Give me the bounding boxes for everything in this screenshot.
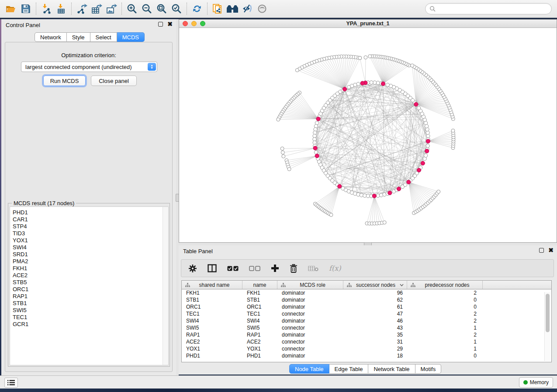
cell-predecessor_nodes[interactable]: 0: [407, 303, 483, 310]
export-table-button[interactable]: [89, 2, 104, 16]
select-all-columns-button[interactable]: [227, 266, 239, 271]
graph-leaf-node[interactable]: [364, 56, 367, 59]
memory-button[interactable]: Memory: [519, 377, 553, 388]
table-row[interactable]: PHD1PHD1dominator180: [182, 352, 551, 359]
mcds-list-scrollbar[interactable]: [163, 207, 168, 365]
graph-mcds-hub-node[interactable]: [417, 168, 421, 172]
cell-mcds_role[interactable]: connector: [277, 345, 343, 352]
cell-successor_nodes[interactable]: 96: [343, 289, 407, 296]
tab-edge-table[interactable]: Edge Table: [329, 364, 369, 374]
graph-leaf-node[interactable]: [383, 221, 386, 224]
cell-shared_name[interactable]: RAP1: [182, 331, 242, 338]
cell-shared_name[interactable]: ORC1: [182, 303, 242, 310]
table-row[interactable]: ACE2ACE2connector311: [182, 338, 551, 345]
create-column-button[interactable]: [271, 264, 279, 272]
table-row[interactable]: SWI5SWI5connector431: [182, 324, 551, 331]
close-panel-button[interactable]: Close panel: [91, 76, 137, 86]
cell-mcds_role[interactable]: dominator: [277, 296, 343, 303]
graph-node[interactable]: [426, 144, 429, 148]
show-task-history-button[interactable]: [4, 378, 18, 388]
graph-leaf-node[interactable]: [451, 129, 455, 132]
cell-predecessor_nodes[interactable]: 1: [407, 338, 483, 345]
import-network-button[interactable]: [39, 2, 54, 16]
import-table-button[interactable]: [54, 2, 69, 16]
graph-leaf-node[interactable]: [281, 151, 284, 154]
zoom-in-button[interactable]: [125, 2, 139, 16]
close-panel-icon[interactable]: ✖: [167, 22, 173, 27]
table-row[interactable]: FKH1FKH1dominator962: [182, 289, 551, 296]
graph-mcds-hub-node[interactable]: [316, 117, 320, 121]
cell-successor_nodes[interactable]: 43: [343, 324, 407, 331]
table-settings-button[interactable]: [188, 264, 197, 273]
cell-name[interactable]: FKH1: [242, 289, 277, 296]
zoom-selected-button[interactable]: [169, 2, 184, 16]
graph-leaf-node[interactable]: [411, 64, 414, 67]
cell-name[interactable]: RAP1: [242, 331, 277, 338]
cell-mcds_role[interactable]: dominator: [277, 289, 343, 296]
tab-style[interactable]: Style: [67, 32, 90, 42]
graph-mcds-hub-node[interactable]: [407, 180, 411, 184]
cell-name[interactable]: YOX1: [242, 345, 277, 352]
cell-predecessor_nodes[interactable]: 0: [407, 296, 483, 303]
open-file-button[interactable]: [3, 2, 18, 16]
graph-mcds-hub-node[interactable]: [397, 187, 401, 191]
cell-mcds_role[interactable]: dominator: [277, 317, 343, 324]
cell-predecessor_nodes[interactable]: 1: [407, 324, 483, 331]
graph-mcds-hub-node[interactable]: [426, 139, 430, 143]
float-table-panel-icon[interactable]: [539, 248, 544, 253]
mcds-result-item[interactable]: SRD1: [10, 251, 168, 258]
network-graph[interactable]: [179, 28, 557, 242]
table-row[interactable]: YOX1YOX1connector291: [182, 345, 551, 352]
column-header-name[interactable]: name: [242, 281, 277, 289]
graph-mcds-hub-node[interactable]: [343, 87, 346, 91]
cell-mcds_role[interactable]: connector: [277, 324, 343, 331]
delete-table-button[interactable]: [308, 265, 318, 272]
graph-leaf-node[interactable]: [329, 213, 333, 217]
table-row[interactable]: RAP1RAP1dominator352: [182, 331, 551, 338]
show-column-button[interactable]: [208, 264, 217, 272]
zoom-out-button[interactable]: [139, 2, 154, 16]
cell-successor_nodes[interactable]: 31: [343, 338, 407, 345]
graph-node[interactable]: [314, 151, 318, 154]
hide-selected-button[interactable]: [240, 2, 255, 16]
cell-name[interactable]: SWI5: [242, 324, 277, 331]
cell-shared_name[interactable]: FKH1: [182, 289, 242, 296]
graph-leaf-node[interactable]: [358, 56, 362, 60]
cell-predecessor_nodes[interactable]: 2: [407, 310, 483, 317]
show-all-button[interactable]: [255, 2, 270, 16]
cell-shared_name[interactable]: PHD1: [182, 352, 242, 359]
graph-leaf-node[interactable]: [295, 69, 299, 72]
cell-shared_name[interactable]: YOX1: [182, 345, 242, 352]
cell-shared_name[interactable]: SWI5: [182, 324, 242, 331]
graph-mcds-hub-node[interactable]: [388, 191, 392, 195]
mcds-result-item[interactable]: TID3: [10, 230, 168, 237]
close-table-panel-icon[interactable]: ✖: [548, 248, 554, 253]
mcds-result-item[interactable]: SWI5: [10, 307, 168, 314]
function-builder-button[interactable]: f(x): [329, 264, 341, 272]
mcds-result-item[interactable]: STB5: [10, 279, 168, 286]
graph-mcds-hub-node[interactable]: [425, 149, 429, 153]
cell-name[interactable]: PHD1: [242, 352, 277, 359]
mcds-result-item[interactable]: PHD1: [10, 209, 168, 216]
graph-mcds-hub-node[interactable]: [360, 81, 364, 85]
delete-column-button[interactable]: [290, 264, 298, 273]
cell-successor_nodes[interactable]: 61: [343, 303, 407, 310]
cell-mcds_role[interactable]: dominator: [277, 331, 343, 338]
cell-predecessor_nodes[interactable]: 2: [407, 331, 483, 338]
mcds-result-item[interactable]: CAR1: [10, 216, 168, 223]
cell-name[interactable]: ACE2: [242, 338, 277, 345]
mcds-result-item[interactable]: SWI4: [10, 244, 168, 251]
column-header-predecessor-nodes[interactable]: predecessor nodes: [407, 281, 483, 289]
cell-shared_name[interactable]: STB1: [182, 296, 242, 303]
cell-mcds_role[interactable]: dominator: [277, 352, 343, 359]
graph-mcds-hub-node[interactable]: [414, 102, 418, 106]
graph-leaf-node[interactable]: [287, 167, 291, 171]
cell-successor_nodes[interactable]: 18: [343, 352, 407, 359]
table-row[interactable]: SWI4SWI4dominator462: [182, 317, 551, 324]
refresh-button[interactable]: [190, 2, 204, 16]
column-header-successor-nodes[interactable]: successor nodes: [343, 281, 407, 289]
cell-predecessor_nodes[interactable]: 2: [407, 317, 483, 324]
graph-node[interactable]: [417, 106, 420, 110]
mcds-result-item[interactable]: TEC1: [10, 314, 168, 321]
cell-predecessor_nodes[interactable]: 2: [407, 289, 483, 296]
